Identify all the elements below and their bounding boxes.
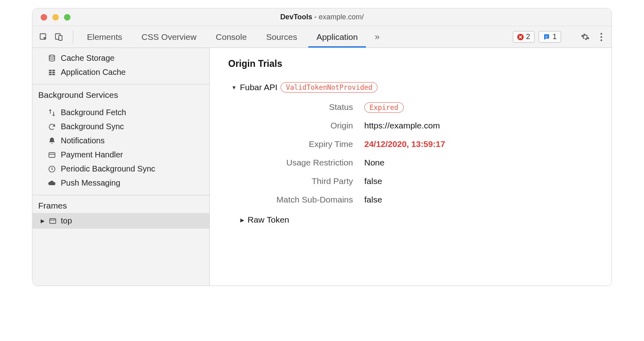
- sidebar-item-label: Cache Storage: [61, 54, 114, 63]
- sidebar-divider: [33, 84, 209, 85]
- svg-point-8: [49, 55, 54, 57]
- disclosure-triangle-icon: ▶: [41, 218, 45, 224]
- svg-rect-14: [52, 74, 55, 75]
- svg-rect-15: [49, 153, 55, 157]
- raw-token-toggle[interactable]: ▶ Raw Token: [240, 215, 595, 225]
- tab-label: Elements: [87, 32, 122, 42]
- main-split: Cache Storage Application Cache Backgrou…: [33, 48, 611, 285]
- sidebar-item-payment-handler[interactable]: Payment Handler: [33, 148, 209, 162]
- field-value-third-party: false: [364, 176, 595, 186]
- svg-rect-13: [49, 74, 52, 75]
- token-status-pill: ValidTokenNotProvided: [281, 82, 378, 93]
- sidebar-item-label: Background Sync: [61, 122, 124, 131]
- svg-point-6: [601, 36, 602, 37]
- sidebar-item-label: Notifications: [61, 136, 105, 145]
- svg-rect-3: [545, 36, 548, 37]
- more-menu-button[interactable]: [597, 30, 606, 44]
- tab-elements[interactable]: Elements: [77, 26, 132, 48]
- sidebar-bg-group: Background Fetch Background Sync Notific…: [33, 102, 209, 194]
- settings-button[interactable]: [578, 30, 593, 44]
- gear-icon: [581, 33, 590, 41]
- application-sidebar: Cache Storage Application Cache Backgrou…: [33, 48, 210, 285]
- tab-sources[interactable]: Sources: [256, 26, 307, 48]
- titlebar: DevTools - example.com/: [33, 8, 611, 26]
- svg-rect-2: [59, 35, 62, 40]
- svg-rect-10: [52, 70, 55, 71]
- tab-application[interactable]: Application: [307, 26, 367, 48]
- svg-rect-4: [545, 37, 547, 38]
- sidebar-item-notifications[interactable]: Notifications: [33, 134, 209, 148]
- sidebar-item-label: Application Cache: [61, 68, 126, 77]
- window-close-button[interactable]: [41, 14, 47, 21]
- raw-token-label: Raw Token: [248, 215, 289, 225]
- sidebar-item-label: Background Fetch: [61, 108, 126, 117]
- database-icon: [48, 54, 56, 62]
- sidebar-item-cache-storage[interactable]: Cache Storage: [33, 51, 209, 65]
- chevron-double-right-icon: »: [375, 32, 380, 42]
- sidebar-item-label: Push Messaging: [61, 178, 120, 188]
- errors-counter[interactable]: 2: [513, 31, 535, 43]
- fetch-icon: [48, 109, 56, 117]
- window-minimize-button[interactable]: [52, 14, 59, 21]
- sidebar-heading-frames: Frames: [33, 196, 209, 213]
- trial-details: Status Expired Origin https://example.co…: [232, 102, 595, 205]
- svg-rect-11: [49, 72, 52, 73]
- bell-icon: [48, 137, 56, 145]
- inspect-element-icon[interactable]: [39, 33, 48, 41]
- kebab-icon: [600, 33, 603, 41]
- svg-rect-9: [49, 70, 52, 71]
- field-value-usage: None: [364, 158, 595, 167]
- sidebar-frame-top[interactable]: ▶ top: [33, 213, 209, 229]
- sidebar-cache-group: Cache Storage Application Cache: [33, 48, 209, 83]
- issues-counter[interactable]: 1: [539, 31, 561, 43]
- field-label-third-party: Third Party: [232, 176, 353, 186]
- grid-icon: [48, 68, 56, 76]
- sidebar-heading-background-services: Background Services: [33, 85, 209, 102]
- frame-label: top: [61, 216, 72, 225]
- tab-label: Application: [316, 32, 358, 42]
- window-title-url: example.com/: [319, 13, 364, 21]
- tabs-overflow-button[interactable]: »: [367, 26, 387, 48]
- credit-card-icon: [48, 151, 56, 159]
- traffic-lights: [33, 14, 70, 21]
- device-toggle-icon[interactable]: [54, 33, 63, 41]
- panel-tabs: Elements CSS Overview Console Sources Ap…: [77, 26, 367, 48]
- sidebar-item-background-sync[interactable]: Background Sync: [33, 120, 209, 134]
- sidebar-item-periodic-background-sync[interactable]: Periodic Background Sync: [33, 162, 209, 176]
- origin-trials-panel: Origin Trials ▼ Fubar API ValidTokenNotP…: [210, 48, 611, 285]
- field-label-status: Status: [232, 102, 353, 112]
- sidebar-divider: [33, 195, 209, 195]
- trial-header[interactable]: ▼ Fubar API ValidTokenNotProvided: [231, 82, 595, 93]
- toolbar-left-icons: [35, 26, 69, 48]
- error-icon: [517, 34, 524, 40]
- svg-point-5: [601, 33, 602, 34]
- svg-rect-12: [52, 72, 55, 73]
- sidebar-item-label: Periodic Background Sync: [61, 164, 155, 174]
- field-value-expiry: 24/12/2020, 13:59:17: [364, 139, 595, 149]
- tab-label: Sources: [266, 32, 297, 42]
- field-label-usage: Usage Restriction: [232, 158, 353, 167]
- clock-icon: [48, 165, 56, 173]
- window-title-app: DevTools: [280, 13, 312, 21]
- tab-console[interactable]: Console: [206, 26, 256, 48]
- field-label-expiry: Expiry Time: [232, 139, 353, 149]
- disclosure-triangle-icon: ▶: [240, 217, 244, 223]
- sidebar-item-application-cache[interactable]: Application Cache: [33, 65, 209, 79]
- tab-css-overview[interactable]: CSS Overview: [132, 26, 206, 48]
- svg-point-7: [601, 39, 602, 41]
- tab-label: Console: [216, 32, 247, 42]
- panel-heading: Origin Trials: [228, 58, 595, 69]
- window-title: DevTools - example.com/: [33, 13, 611, 21]
- cloud-icon: [48, 179, 56, 187]
- tab-label: CSS Overview: [142, 32, 197, 42]
- frame-icon: [49, 217, 57, 225]
- toolbar-divider: [73, 30, 73, 43]
- field-label-match-subdomains: Match Sub-Domains: [232, 195, 353, 205]
- issues-count: 1: [553, 33, 557, 41]
- field-value-status: Expired: [364, 102, 595, 112]
- sidebar-item-push-messaging[interactable]: Push Messaging: [33, 176, 209, 190]
- trial-name: Fubar API: [240, 83, 277, 92]
- field-value-origin: https://example.com: [364, 121, 595, 130]
- window-maximize-button[interactable]: [64, 14, 70, 21]
- sidebar-item-background-fetch[interactable]: Background Fetch: [33, 105, 209, 120]
